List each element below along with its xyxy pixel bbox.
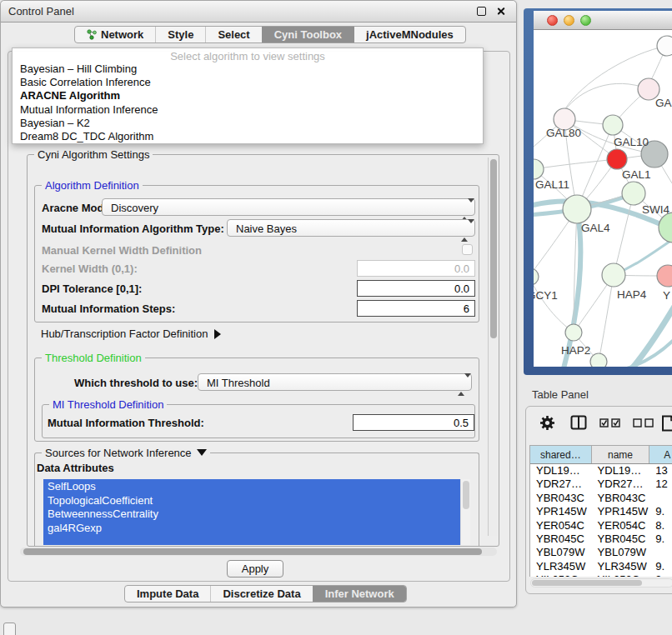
menu-item[interactable]: Bayesian – K2 — [13, 116, 483, 129]
node-label: SWI4 — [642, 203, 669, 216]
split-view-icon[interactable] — [570, 415, 587, 430]
column-header-shared-name[interactable]: shared… — [530, 446, 592, 463]
network-node[interactable] — [657, 36, 672, 56]
table-row[interactable]: YDR27…YDR27…12 — [530, 478, 672, 491]
close-traffic-light-icon[interactable] — [547, 15, 558, 26]
list-item[interactable]: SelfLoops — [43, 479, 460, 493]
dpi-tolerance-field[interactable] — [357, 280, 475, 297]
checked-columns-icon[interactable] — [599, 418, 621, 428]
sources-title[interactable]: Sources for Network Inference — [42, 447, 210, 459]
mi-steps-field[interactable] — [357, 300, 475, 317]
mi-threshold-field[interactable] — [353, 414, 474, 431]
menu-item[interactable]: Basic Correlation Inference — [13, 74, 483, 88]
table-horizontal-scrollbar[interactable] — [530, 578, 672, 588]
control-panel-titlebar[interactable]: Control Panel — [1, 1, 516, 22]
tab-infer-network[interactable]: Infer Network — [313, 586, 406, 602]
list-item[interactable]: gal4RGexp — [43, 521, 460, 535]
settings-vertical-scrollbar[interactable] — [488, 158, 498, 536]
manual-kernel-checkbox[interactable] — [462, 244, 473, 255]
minimize-traffic-light-icon[interactable] — [564, 15, 574, 26]
table-row[interactable]: YLR345WYLR345W9. — [530, 560, 672, 573]
network-node-hap4[interactable] — [602, 263, 625, 287]
close-icon[interactable] — [496, 7, 505, 16]
kernel-width-field[interactable] — [357, 260, 475, 277]
scrollbar-thumb[interactable] — [532, 580, 642, 586]
node-table: shared… name A YDL19…YDL19…13 YDR27…YDR2… — [529, 445, 672, 577]
network-node-gal10[interactable] — [603, 115, 623, 135]
list-item[interactable]: TopologicalCoefficient — [43, 493, 460, 508]
network-node-gcy1[interactable] — [534, 268, 539, 285]
dpi-tolerance-label: DPI Tolerance [0,1]: — [42, 282, 142, 295]
data-attributes-label: Data Attributes — [37, 462, 114, 474]
menu-item-selected[interactable]: ARACNE Algorithm — [13, 88, 483, 102]
tab-select-label: Select — [218, 28, 249, 41]
which-threshold-label: Which threshold to use: — [74, 377, 198, 389]
network-node-swi4[interactable] — [659, 212, 672, 242]
list-item[interactable]: BetweennessCentrality — [43, 507, 460, 521]
unchecked-columns-icon[interactable] — [633, 418, 654, 428]
table-row[interactable]: YBR045CYBR045C9. — [530, 532, 672, 546]
hub-transcription-label: Hub/Transcription Factor Definition — [41, 328, 208, 340]
table-panel: shared… name A YDL19…YDL19…13 YDR27…YDR2… — [525, 406, 672, 594]
table-body[interactable]: YDL19…YDL19…13 YDR27…YDR27…12 YBR043CYBR… — [530, 464, 672, 577]
node-label: HAP2 — [561, 344, 590, 357]
stepper-arrows-icon — [461, 202, 469, 218]
network-node[interactable] — [590, 353, 607, 367]
table-row[interactable]: YER054CYER054C8. — [530, 519, 672, 532]
network-canvas[interactable]: GAL GAL80 GAL10 GAL1 GAL11 SWI4 GAL4 GCY… — [534, 30, 672, 367]
table-toolbar — [526, 412, 672, 437]
network-node-gal4[interactable] — [563, 195, 591, 223]
table-row[interactable]: YPR145WYPR145W9. — [530, 505, 672, 518]
aracne-mode-select[interactable]: Discovery — [102, 198, 475, 216]
menu-item[interactable]: Mutual Information Inference — [13, 102, 483, 115]
hub-transcription-toggle[interactable]: Hub/Transcription Factor Definition — [41, 328, 221, 340]
data-attributes-list[interactable]: SelfLoops TopologicalCoefficient Between… — [43, 479, 470, 545]
apply-button[interactable]: Apply — [227, 560, 283, 578]
network-node-gal1[interactable] — [622, 182, 645, 205]
network-node-hap2[interactable] — [565, 324, 582, 341]
which-threshold-select[interactable]: MI Threshold — [198, 373, 472, 391]
network-view-frame[interactable]: GAL GAL80 GAL10 GAL1 GAL11 SWI4 GAL4 GCY… — [524, 8, 672, 375]
table-row[interactable]: YBL079WYBL079W — [530, 546, 672, 559]
column-header[interactable]: A — [649, 446, 672, 463]
table-row[interactable]: YIL052CYIL052C9 — [530, 573, 672, 577]
network-node-selected[interactable] — [607, 149, 627, 169]
tab-impute-data[interactable]: Impute Data — [125, 586, 210, 602]
mi-type-select[interactable]: Naive Bayes — [227, 219, 475, 237]
zoom-traffic-light-icon[interactable] — [580, 15, 591, 26]
node-label: GAL — [655, 97, 672, 109]
manual-kernel-label: Manual Kernel Width Definition — [42, 244, 202, 257]
tab-impute-data-label: Impute Data — [137, 588, 198, 600]
document-icon[interactable] — [661, 415, 672, 432]
settings-horizontal-scrollbar[interactable] — [20, 548, 497, 556]
tab-select[interactable]: Select — [205, 27, 261, 42]
network-window-titlebar[interactable] — [534, 11, 672, 30]
node-label: GAL80 — [546, 127, 581, 139]
algorithm-definition-group: Algorithm Definition Aracne Mode: Discov… — [34, 185, 479, 322]
tab-discretize-data[interactable]: Discretize Data — [210, 586, 312, 602]
network-node[interactable] — [657, 265, 672, 287]
table-row[interactable]: YDL19…YDL19…13 — [530, 464, 672, 478]
table-row[interactable]: YBR043CYBR043C — [530, 492, 672, 505]
column-header-name[interactable]: name — [592, 446, 650, 463]
attributes-scrollbar[interactable] — [460, 479, 470, 545]
menu-item[interactable]: Bayesian – Hill Climbing — [13, 61, 483, 74]
tab-jactivemnodules[interactable]: jActiveMNodules — [354, 27, 465, 42]
scrollbar-thumb[interactable] — [490, 159, 497, 338]
stepper-arrows-icon — [461, 223, 469, 238]
tab-style[interactable]: Style — [155, 27, 205, 42]
mi-threshold-group-title: MI Threshold Definition — [49, 398, 167, 411]
gear-icon[interactable] — [539, 415, 555, 431]
menu-item[interactable]: Dream8 DC_TDC Algorithm — [13, 129, 483, 142]
network-graph: GAL GAL80 GAL10 GAL1 GAL11 SWI4 GAL4 GCY… — [534, 30, 672, 367]
node-label: GAL4 — [581, 222, 610, 234]
mi-threshold-label: Mutual Information Threshold: — [48, 417, 204, 429]
tab-network[interactable]: Network — [75, 27, 155, 42]
restore-panel-icon[interactable] — [3, 622, 16, 635]
mi-steps-label: Mutual Information Steps: — [42, 302, 175, 315]
tab-cyni-toolbox[interactable]: Cyni Toolbox — [262, 27, 354, 42]
kernel-width-label: Kernel Width (0,1): — [42, 262, 138, 275]
scrollbar-thumb[interactable] — [23, 548, 482, 555]
float-window-icon[interactable] — [477, 7, 486, 16]
mi-threshold-group: MI Threshold Definition Mutual Informati… — [42, 404, 475, 438]
